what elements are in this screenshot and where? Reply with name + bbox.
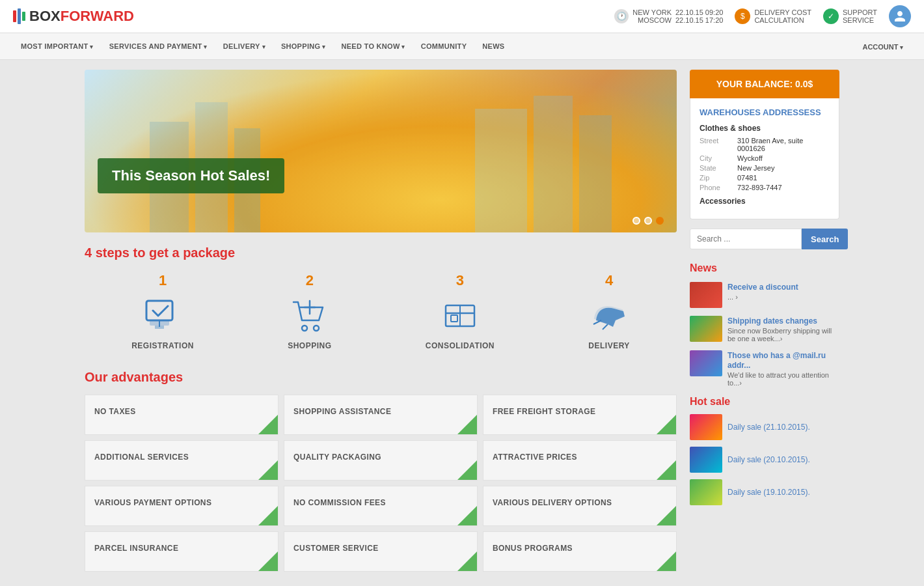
svg-point-10 — [302, 326, 307, 331]
wh-city-row: City Wyckoff — [700, 154, 830, 162]
adv-no-taxes[interactable]: NO TAXES — [85, 395, 279, 435]
news-item-1: Receive a discount ... › — [690, 282, 839, 308]
advantages-grid: NO TAXES SHOPPING ASSISTANCE FREE FREIGH… — [85, 395, 677, 572]
nav-link-need-to-know[interactable]: NEED TO KNOW — [333, 33, 413, 59]
news-link-2[interactable]: Shipping dates changes — [727, 316, 817, 326]
step-4-label: DELIVERY — [588, 341, 630, 350]
svg-rect-3 — [475, 109, 527, 232]
user-avatar[interactable] — [889, 5, 911, 27]
moscow-time: 22.10.15 17:20 — [675, 16, 723, 24]
adv-no-commission[interactable]: NO COMMISSION FEES — [284, 486, 478, 526]
nav-item-news[interactable]: NEWS — [474, 33, 512, 59]
moscow-label: MOSCOW — [638, 16, 672, 24]
balance-button[interactable]: YOUR BALANCE: 0.0$ — [690, 70, 839, 98]
adv-delivery-options[interactable]: VARIOUS DELIVERY OPTIONS — [483, 486, 677, 526]
accessories-label: Accessories — [700, 197, 830, 206]
adv-customer-service[interactable]: CUSTOMER SERVICE — [284, 531, 478, 572]
state-val: New Jersey — [737, 164, 774, 172]
hero-dot-3[interactable] — [656, 217, 664, 225]
step-4-icon — [590, 296, 629, 335]
step-3-num: 3 — [456, 272, 464, 289]
hot-sale-title: Hot sale — [690, 396, 839, 408]
wh-street-row: Street 310 Braen Ave, suite 0001626 — [700, 137, 830, 152]
nav-link-delivery[interactable]: DELIVERY — [215, 33, 273, 59]
adv-parcel-insurance[interactable]: PARCEL INSURANCE — [85, 531, 279, 572]
step-1-label: REGISTRATION — [131, 341, 194, 350]
nav-item-shopping[interactable]: SHOPPING — [273, 33, 334, 59]
svg-rect-4 — [534, 96, 573, 232]
new-york-label: NEW YORK — [632, 8, 672, 16]
news-more-1: ... › — [727, 293, 798, 301]
sale-item-2: Daily sale (20.10.2015). — [690, 447, 839, 473]
search-input[interactable] — [690, 229, 802, 249]
hero-text-box: This Season Hot Sales! — [98, 158, 284, 193]
user-icon — [893, 10, 906, 23]
sale-thumb-2 — [690, 447, 722, 473]
search-box: Search — [690, 229, 839, 249]
main-column: This Season Hot Sales! 4 steps to get a … — [85, 70, 677, 572]
step-3-label: CONSOLIDATION — [426, 341, 495, 350]
city-times: NEW YORK MOSCOW — [632, 8, 672, 24]
news-link-1[interactable]: Receive a discount — [727, 283, 798, 292]
adv-shopping-assistance[interactable]: SHOPPING ASSISTANCE — [284, 395, 478, 435]
support-icon: ✓ — [823, 8, 839, 24]
hero-dot-1[interactable] — [632, 217, 640, 225]
nav-link-news[interactable]: NEWS — [474, 33, 512, 59]
adv-free-freight[interactable]: FREE FREIGHT STORAGE — [483, 395, 677, 435]
sale-link-3[interactable]: Daily sale (19.10.2015). — [727, 488, 810, 497]
delivery-cost-widget[interactable]: $ DELIVERY COST CALCULATION — [735, 8, 811, 24]
logo[interactable]: BOXFORWARD — [13, 8, 134, 25]
step-1-num: 1 — [159, 272, 167, 289]
delivery-cost-text: DELIVERY COST CALCULATION — [754, 8, 811, 24]
hero-title: This Season Hot Sales! — [112, 167, 270, 184]
adv-attractive-prices[interactable]: ATTRACTIVE PRICES — [483, 440, 677, 481]
zip-label: Zip — [700, 174, 732, 182]
state-label: State — [700, 164, 732, 172]
hero-dots — [632, 217, 664, 225]
advantages-title: Our advantages — [85, 370, 677, 385]
svg-rect-9 — [155, 326, 164, 329]
news-link-3[interactable]: Those who has a @mail.ru addr... — [727, 351, 826, 370]
city-val: Wyckoff — [737, 154, 763, 162]
hero-banner: This Season Hot Sales! — [85, 70, 677, 232]
hero-dot-2[interactable] — [644, 217, 652, 225]
nav-item-need-to-know[interactable]: NEED TO KNOW — [333, 33, 413, 59]
phone-val: 732-893-7447 — [737, 184, 782, 191]
adv-bonus-programs[interactable]: BONUS PROGRAMS — [483, 531, 677, 572]
step-1-icon — [143, 296, 182, 335]
news-item-3: Those who has a @mail.ru addr... We'd li… — [690, 350, 839, 387]
svg-point-11 — [314, 326, 319, 331]
nav-link-most-important[interactable]: MOST IMPORTANT — [13, 33, 102, 59]
news-text-1: Receive a discount ... › — [727, 282, 798, 301]
svg-rect-6 — [146, 301, 172, 320]
sale-thumb-1 — [690, 414, 722, 440]
sale-link-1[interactable]: Daily sale (21.10.2015). — [727, 423, 810, 432]
time-values: 22.10.15 09:20 22.10.15 17:20 — [675, 8, 723, 24]
nav-item-most-important[interactable]: MOST IMPORTANT — [13, 33, 102, 59]
adv-payment-options[interactable]: VARIOUS PAYMENT OPTIONS — [85, 486, 279, 526]
nav-item-delivery[interactable]: DELIVERY — [215, 33, 273, 59]
sale-thumb-3 — [690, 479, 722, 505]
search-button[interactable]: Search — [802, 229, 848, 249]
step-consolidation: 3 CONSOLIDATION — [426, 272, 495, 350]
steps-row: 1 REGISTRATION 2 — [85, 272, 677, 350]
ny-time: 22.10.15 09:20 — [675, 8, 723, 16]
support-widget[interactable]: ✓ SUPPORT SERVICE — [823, 8, 877, 24]
step-2-label: SHOPPING — [288, 341, 331, 350]
clothes-label: Clothes & shoes — [700, 124, 830, 133]
news-body-3: We'd like to attract you attention to...… — [727, 371, 839, 387]
nav-item-services[interactable]: SERVICES AND PAYMENT — [102, 33, 215, 59]
nav-link-shopping[interactable]: SHOPPING — [273, 33, 334, 59]
hero-bg-svg — [85, 70, 677, 232]
nav-account[interactable]: ACCOUNT — [854, 42, 911, 51]
nav-item-community[interactable]: COMMUNITY — [413, 33, 475, 59]
adv-quality-packaging[interactable]: QUALITY PACKAGING — [284, 440, 478, 481]
nav-link-account[interactable]: ACCOUNT — [854, 34, 911, 60]
sale-link-2[interactable]: Daily sale (20.10.2015). — [727, 455, 810, 464]
nav-link-community[interactable]: COMMUNITY — [413, 33, 475, 59]
nav-link-services[interactable]: SERVICES AND PAYMENT — [102, 33, 215, 59]
sidebar: YOUR BALANCE: 0.0$ WAREHOUSES ADDRESSESS… — [690, 70, 839, 572]
adv-additional-services[interactable]: ADDITIONAL SERVICES — [85, 440, 279, 481]
wh-state-row: State New Jersey — [700, 164, 830, 172]
svg-rect-5 — [579, 115, 612, 232]
